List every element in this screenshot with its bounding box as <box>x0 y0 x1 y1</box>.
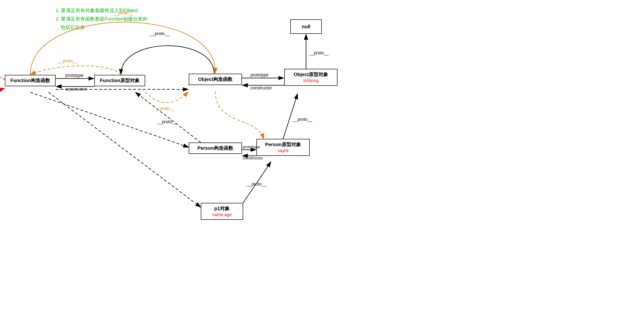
annotation-1: 1. 要满足所有对象都最终流入到Object <box>56 7 138 14</box>
svg-text:__proto__: __proto__ <box>157 119 177 124</box>
svg-line-20 <box>283 94 298 139</box>
svg-text:constructor: constructor <box>250 86 272 90</box>
svg-line-22 <box>243 162 271 203</box>
svg-line-24 <box>30 92 189 147</box>
p1-object-node: p1对象 name,age <box>201 203 243 220</box>
p1-properties: name,age <box>205 212 239 217</box>
object-prototype-label: Object原型对象 <box>288 71 334 78</box>
annotation-2: 2. 要满足所有函数都是Function创建出来的 <box>56 16 147 22</box>
svg-line-26 <box>48 92 201 207</box>
person-prototype-node: Person原型对象 sayHi <box>256 139 310 156</box>
svg-text:constructor: constructor <box>65 87 87 92</box>
object-prototype-tostring: toString <box>288 78 334 83</box>
svg-text:__proto__: __proto__ <box>292 117 312 122</box>
person-prototype-sayhi: sayHi <box>260 148 306 153</box>
svg-text:__proto__: __proto__ <box>150 31 170 36</box>
function-prototype-node: Function原型对象 <box>94 75 145 86</box>
person-constructor-label: Person构造函数 <box>192 145 238 152</box>
svg-text:__proto__: __proto__ <box>154 106 175 111</box>
null-label: null <box>302 24 310 29</box>
svg-text:__proto__: __proto__ <box>246 182 266 187</box>
svg-line-27 <box>136 92 201 143</box>
svg-text:constructor: constructor <box>243 156 263 160</box>
function-prototype-label: Function原型对象 <box>98 77 141 84</box>
arrows-svg: Function原型对象 (top arrow) --> prototype F… <box>0 0 644 314</box>
svg-text:__proto__: __proto__ <box>309 50 329 56</box>
object-prototype-node: Object原型对象 toString <box>284 69 338 86</box>
person-prototype-label: Person原型对象 <box>260 141 306 148</box>
null-node: null <box>290 19 322 34</box>
person-constructor-node: Person构造函数 <box>189 143 242 154</box>
svg-text:prototype: prototype <box>65 73 84 78</box>
annotation-3: ，包括它自身 <box>56 24 85 31</box>
p1-label: p1对象 <box>205 205 239 212</box>
function-constructor-node: Function构造函数 <box>5 75 56 86</box>
svg-text:__proto__: __proto__ <box>58 58 78 64</box>
diagram: 1. 要满足所有对象都最终流入到Object 2. 要满足所有函数都是Funct… <box>0 0 644 314</box>
function-constructor-label: Function构造函数 <box>9 77 52 84</box>
object-constructor-node: Object构造函数 <box>189 74 242 85</box>
svg-text:prototype: prototype <box>250 72 268 77</box>
object-constructor-label: Object构造函数 <box>192 76 238 83</box>
